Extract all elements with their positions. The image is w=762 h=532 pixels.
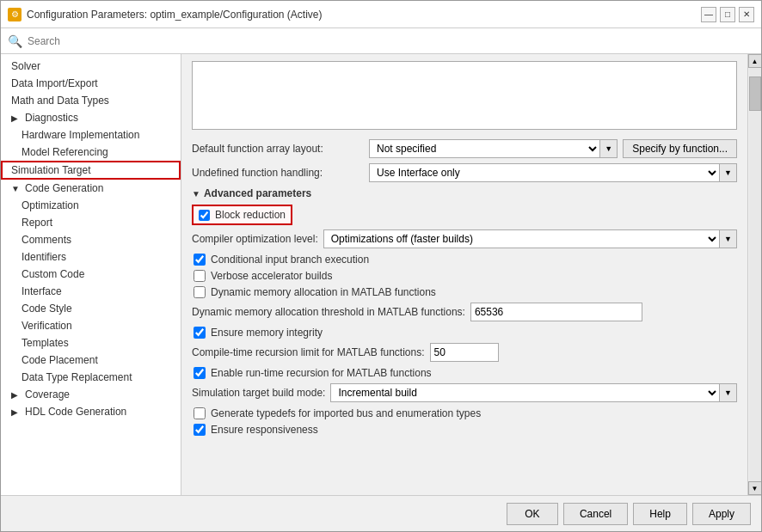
search-input[interactable] (28, 35, 754, 47)
apply-button[interactable]: Apply (692, 503, 751, 525)
sidebar-item-label: Solver (11, 60, 40, 72)
sidebar-item-label: Diagnostics (25, 112, 78, 124)
block-reduction-row: Block reduction (192, 205, 292, 225)
dynamic-memory-row: Dynamic memory allocation in MATLAB func… (192, 286, 737, 298)
sidebar-item-label: Report (22, 217, 52, 229)
compiler-optimization-label: Compiler optimization level: (192, 233, 318, 245)
block-reduction-checkbox[interactable] (199, 210, 210, 221)
maximize-button[interactable]: □ (720, 7, 735, 22)
window-title: Configuration Parameters: optim_example/… (27, 9, 323, 21)
sidebar-item-code-placement[interactable]: Code Placement (1, 352, 181, 369)
sidebar-item-math[interactable]: Math and Data Types (1, 92, 181, 109)
minimize-button[interactable]: — (701, 7, 716, 22)
dropdown-arrow-compiler[interactable]: ▼ (720, 229, 737, 248)
toggle-icon: ▼ (11, 184, 20, 193)
sidebar-item-label: Identifiers (22, 251, 66, 263)
main-window: ⚙ Configuration Parameters: optim_exampl… (0, 0, 762, 532)
bottom-bar: OK Cancel Help Apply (1, 495, 761, 531)
sidebar-item-verification[interactable]: Verification (1, 317, 181, 334)
block-reduction-label: Block reduction (215, 209, 286, 221)
window-icon: ⚙ (8, 8, 22, 21)
scrollbar: ▲ ▼ (747, 54, 761, 495)
advanced-params-header: ▼ Advanced parameters (192, 187, 737, 199)
search-bar: 🔍 (1, 28, 761, 54)
undefined-function-label: Undefined function handling: (192, 167, 364, 179)
sidebar-item-solver[interactable]: Solver (1, 58, 181, 75)
section-toggle-icon[interactable]: ▼ (192, 189, 200, 199)
search-icon: 🔍 (8, 34, 22, 48)
dropdown-arrow-icon2[interactable]: ▼ (720, 163, 737, 182)
scroll-track[interactable] (749, 68, 761, 481)
sidebar-item-label: Verification (22, 320, 72, 332)
sidebar-item-data-import[interactable]: Data Import/Export (1, 75, 181, 92)
sidebar-item-label: Model Referencing (22, 146, 108, 158)
ensure-memory-label: Ensure memory integrity (211, 327, 323, 339)
code-textarea[interactable] (192, 61, 737, 130)
sidebar-item-simulation-target[interactable]: Simulation Target (1, 161, 181, 180)
sidebar-item-comments[interactable]: Comments (1, 231, 181, 248)
sidebar-item-data-type-replacement[interactable]: Data Type Replacement (1, 369, 181, 386)
simulation-build-mode-row: Simulation target build mode: Incrementa… (192, 383, 737, 402)
sidebar-item-interface[interactable]: Interface (1, 283, 181, 300)
verbose-accelerator-checkbox[interactable] (194, 270, 206, 282)
sidebar-item-diagnostics[interactable]: ▶ Diagnostics (1, 109, 181, 126)
main-content: Solver Data Import/Export Math and Data … (1, 54, 761, 495)
sidebar-item-report[interactable]: Report (1, 214, 181, 231)
sidebar-item-code-generation[interactable]: ▼ Code Generation (1, 180, 181, 197)
verbose-accelerator-row: Verbose accelerator builds (192, 270, 737, 282)
verbose-accelerator-label: Verbose accelerator builds (211, 270, 332, 282)
sidebar-item-identifiers[interactable]: Identifiers (1, 248, 181, 266)
help-button[interactable]: Help (633, 503, 687, 525)
dynamic-threshold-input[interactable] (470, 303, 642, 321)
sidebar-item-hardware[interactable]: Hardware Implementation (1, 126, 181, 144)
default-function-select[interactable]: Not specified (369, 139, 600, 158)
sidebar-item-label: HDL Code Generation (25, 406, 126, 418)
undefined-function-select-wrap: Use Interface only ▼ (369, 163, 737, 182)
generate-typedefs-checkbox[interactable] (194, 407, 206, 419)
simulation-build-mode-select-wrap: Incremental build ▼ (330, 383, 737, 402)
sidebar-item-optimization[interactable]: Optimization (1, 197, 181, 214)
ensure-memory-checkbox[interactable] (194, 327, 206, 339)
dynamic-memory-label: Dynamic memory allocation in MATLAB func… (211, 286, 436, 298)
title-controls: — □ ✕ (701, 7, 754, 22)
cancel-button[interactable]: Cancel (563, 503, 628, 525)
sidebar-item-label: Comments (22, 234, 71, 246)
conditional-input-checkbox[interactable] (194, 254, 206, 266)
compiler-optimization-row: Compiler optimization level: Optimizatio… (192, 229, 737, 248)
default-function-select-wrap: Not specified ▼ (369, 139, 618, 158)
scroll-down-button[interactable]: ▼ (748, 481, 762, 495)
advanced-params-label: Advanced parameters (204, 187, 311, 199)
sidebar-item-coverage[interactable]: ▶ Coverage (1, 386, 181, 403)
compile-recursion-row: Compile-time recursion limit for MATLAB … (192, 343, 737, 362)
sidebar-item-label: Code Placement (22, 354, 98, 366)
ensure-responsiveness-label: Ensure responsiveness (211, 424, 318, 436)
ok-button[interactable]: OK (507, 503, 558, 525)
dropdown-arrow-icon[interactable]: ▼ (600, 139, 618, 158)
default-function-array-row: Default function array layout: Not speci… (192, 139, 737, 158)
ensure-responsiveness-checkbox[interactable] (194, 424, 206, 436)
sidebar-item-label: Optimization (22, 199, 79, 211)
sidebar-item-hdl[interactable]: ▶ HDL Code Generation (1, 403, 181, 420)
toggle-icon: ▶ (11, 390, 20, 400)
compiler-optimization-select[interactable]: Optimizations off (faster builds) (323, 229, 720, 248)
sidebar-item-code-style[interactable]: Code Style (1, 300, 181, 317)
sidebar-item-model-ref[interactable]: Model Referencing (1, 144, 181, 161)
dropdown-arrow-build[interactable]: ▼ (720, 383, 737, 402)
sidebar-item-templates[interactable]: Templates (1, 334, 181, 352)
scroll-up-button[interactable]: ▲ (748, 54, 762, 68)
enable-runtime-label: Enable run-time recursion for MATLAB fun… (211, 367, 432, 379)
generate-typedefs-label: Generate typedefs for imported bus and e… (211, 407, 481, 419)
sidebar-item-label: Coverage (25, 388, 70, 401)
sidebar-item-label: Code Generation (25, 182, 103, 194)
specify-by-function-button[interactable]: Specify by function... (623, 139, 737, 158)
toggle-icon: ▶ (11, 113, 20, 123)
compile-recursion-input[interactable] (430, 343, 499, 362)
close-button[interactable]: ✕ (739, 7, 754, 22)
dynamic-memory-checkbox[interactable] (194, 286, 206, 298)
scroll-thumb[interactable] (749, 76, 761, 111)
sidebar-item-custom-code[interactable]: Custom Code (1, 266, 181, 283)
undefined-function-select[interactable]: Use Interface only (369, 163, 720, 182)
simulation-build-mode-select[interactable]: Incremental build (330, 383, 720, 402)
enable-runtime-checkbox[interactable] (194, 367, 206, 379)
title-bar-left: ⚙ Configuration Parameters: optim_exampl… (8, 8, 323, 21)
